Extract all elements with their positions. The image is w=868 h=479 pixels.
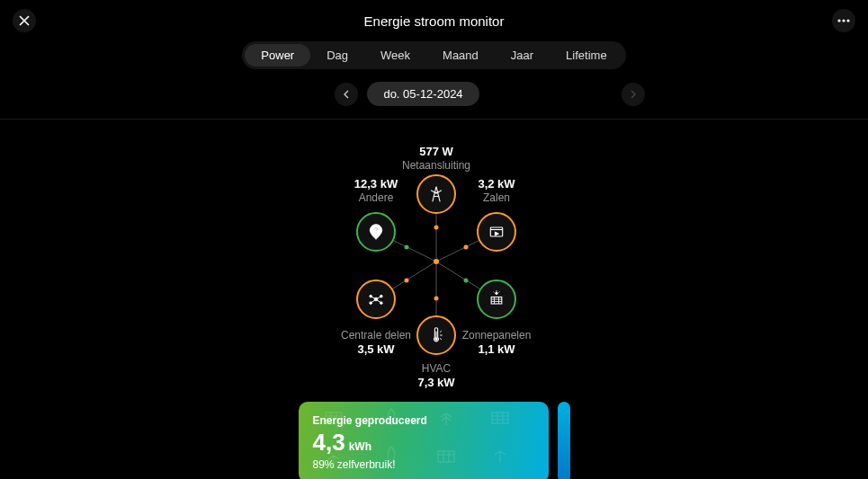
chevron-left-icon bbox=[343, 90, 350, 99]
network-icon bbox=[367, 290, 385, 308]
grid-tower-icon bbox=[427, 185, 445, 203]
tab-lifetime[interactable]: Lifetime bbox=[550, 44, 623, 67]
node-label-solar: Zonnepanelen 1,1 kW bbox=[462, 329, 532, 357]
theater-icon bbox=[488, 223, 506, 241]
svg-point-1 bbox=[842, 19, 845, 22]
svg-point-0 bbox=[837, 19, 840, 22]
svg-point-2 bbox=[846, 19, 849, 22]
node-hvac[interactable] bbox=[416, 315, 456, 355]
tab-power[interactable]: Power bbox=[245, 44, 310, 67]
card-value: 4,3 bbox=[313, 429, 345, 457]
node-central[interactable] bbox=[356, 279, 396, 319]
tab-maand[interactable]: Maand bbox=[426, 44, 495, 67]
flow-dot bbox=[434, 226, 439, 230]
period-tabs: Power Dag Week Maand Jaar Lifetime bbox=[242, 41, 625, 69]
card-subtitle: 89% zelfverbruik! bbox=[313, 458, 534, 471]
svg-text:?: ? bbox=[373, 226, 378, 235]
node-label-rooms: 3,2 kW Zalen bbox=[478, 177, 515, 205]
flow-dot bbox=[464, 245, 469, 250]
solar-panel-icon bbox=[488, 290, 506, 308]
energy-flow-diagram: 577 W Netaansluiting 12,3 kW Andere ? 3,… bbox=[0, 127, 868, 396]
next-day-button[interactable] bbox=[622, 83, 645, 106]
tab-jaar[interactable]: Jaar bbox=[495, 44, 550, 67]
node-rooms[interactable] bbox=[477, 212, 516, 252]
card-next-peek[interactable] bbox=[558, 402, 570, 479]
card-energy-produced[interactable]: Energie geproduceerd 4,3 kWh 89% zelfver… bbox=[299, 402, 549, 479]
node-solar[interactable] bbox=[477, 279, 516, 319]
tab-week[interactable]: Week bbox=[364, 44, 426, 67]
node-grid[interactable] bbox=[416, 174, 456, 214]
node-label-grid: 577 W Netaansluiting bbox=[402, 145, 470, 173]
node-label-other: 12,3 kW Andere bbox=[354, 177, 398, 205]
prev-day-button[interactable] bbox=[335, 83, 358, 106]
flow-dot bbox=[434, 297, 439, 301]
node-label-central: Centrale delen 3,5 kW bbox=[341, 329, 411, 357]
card-title: Energie geproduceerd bbox=[313, 414, 534, 427]
svg-rect-16 bbox=[491, 297, 502, 305]
svg-point-17 bbox=[496, 292, 498, 295]
card-unit: kWh bbox=[349, 440, 371, 453]
close-button[interactable] bbox=[13, 9, 36, 32]
tab-dag[interactable]: Dag bbox=[310, 44, 364, 67]
node-other[interactable]: ? bbox=[356, 212, 396, 252]
more-button[interactable] bbox=[832, 9, 855, 32]
center-hub bbox=[434, 259, 439, 264]
node-label-hvac: HVAC 7,3 kW bbox=[417, 362, 454, 390]
more-icon bbox=[837, 19, 850, 22]
flow-dot bbox=[464, 279, 469, 283]
flow-dot bbox=[405, 245, 409, 250]
chevron-right-icon bbox=[630, 90, 637, 99]
page-title: Energie stroom monitor bbox=[364, 13, 505, 29]
close-icon bbox=[19, 15, 30, 26]
date-picker[interactable]: do. 05-12-2024 bbox=[367, 82, 479, 106]
flow-dot bbox=[405, 279, 409, 283]
thermometer-icon bbox=[427, 326, 445, 344]
question-pin-icon: ? bbox=[367, 223, 385, 241]
